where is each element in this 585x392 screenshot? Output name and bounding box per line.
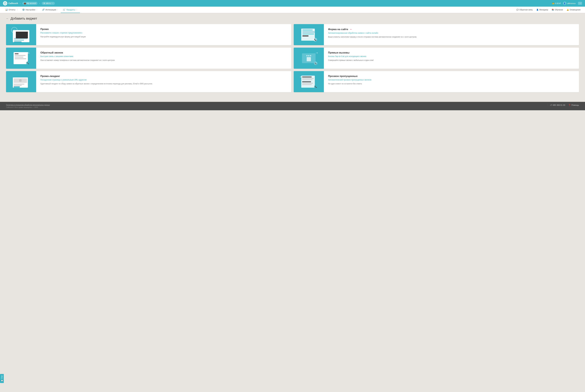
m-light-line4 (302, 84, 312, 85)
nav-item-products[interactable]: 🛒 Продукты ⋮ (61, 7, 80, 13)
page-title: Добавить виджет (10, 16, 37, 20)
promo-btn (14, 42, 22, 43)
sf-line2 (302, 32, 315, 32)
nav-left: 📊 Отчеты ⋮ ⚙️ Настройки ⋮ 🔗 Интеграции ⋮… (3, 7, 80, 13)
promo-title-text: Промо (40, 28, 49, 31)
sf-line1 (302, 30, 313, 30)
widget-card-site-form[interactable]: 📞 Форма на сайте ← Автоматизированная об… (294, 24, 579, 45)
widget-card-direct-calls[interactable]: ↗ 📞 (294, 48, 579, 69)
direct-calls-desc: Совершайте прямые звонки с мобильных в о… (328, 59, 374, 62)
wallet-icon2: 💳 (552, 2, 554, 4)
logo-area[interactable]: Calltouch (3, 1, 18, 6)
m-light-line3 (302, 83, 313, 84)
footer-help[interactable]: ❓ Помощь (568, 104, 579, 106)
privacy-link[interactable]: Политика в отношении обработки персональ… (6, 104, 50, 106)
direct-calls-title-text: Прямые вызовы (328, 51, 350, 54)
reports-more-icon[interactable]: ⋮ (16, 9, 18, 11)
nav-manager[interactable]: 👤 Менеджер (535, 9, 550, 11)
site-icon: 🖥 (43, 2, 45, 4)
widget-card-missed-calls[interactable]: ↙ 📞 Прозвон пропущенных Автома (294, 71, 579, 92)
cb-light-line3 (15, 58, 26, 59)
widget-info-promo-landing: Промо-лендинг Посадочная страница с уник… (36, 71, 157, 92)
siteform-doc (301, 28, 315, 41)
direct-dot1 (306, 55, 308, 56)
direct-arrow-icon: ↗ (315, 51, 318, 54)
manager-icon: 👤 (536, 9, 538, 11)
notifications-icon: 🔔 (566, 9, 569, 11)
landing-image-area: 🖼 (14, 78, 27, 83)
direct-illustration: ↗ 📞 (299, 50, 318, 66)
landing-screen: 🖼 (13, 76, 28, 88)
settings-icon: ⚙️ (22, 8, 25, 11)
missed-calls-subtitle: Автоматический прозвон пропущенных звонк… (328, 79, 372, 81)
settings-more-icon[interactable]: ⋮ (36, 9, 38, 11)
footer-phone-number: +7 495 308 01 00 (550, 104, 565, 106)
widget-info-promo: Промо Расскажите о ваших «горячих предло… (36, 24, 90, 45)
cb-dark-line (15, 53, 18, 54)
promo-form-bg (13, 30, 30, 42)
promo-black-rect (16, 32, 28, 38)
nav-feedback-label: Обратная связь (520, 9, 533, 11)
direct-person-rect (307, 57, 311, 61)
cb-light-line1 (15, 55, 26, 56)
phone-icon: 📞 (547, 104, 549, 106)
widget-info-direct-calls: Прямые вызовы Кнопка Tap-to-Call для исх… (324, 48, 378, 69)
promo-landing-title: Промо-лендинг (40, 75, 153, 78)
integrations-icon: 🔗 (42, 8, 44, 11)
nav-item-integrations[interactable]: 🔗 Интеграции ⋮ (40, 7, 61, 13)
callback-illustration: ↻ 📞 (11, 50, 31, 66)
chat-widget[interactable]: 💬 Chat (0, 374, 4, 383)
breadcrumb-arrow: › (20, 2, 20, 4)
feedback-icon: 💬 (516, 9, 519, 11)
balance-display: 💳 0.00 ₽ (552, 2, 560, 4)
wallet-icon: 💼 (24, 2, 26, 4)
sf-line3 (302, 34, 314, 34)
direct-calls-title: Прямые вызовы (328, 51, 374, 54)
widget-image-direct-calls: ↗ 📞 (294, 48, 324, 69)
site-form-subtitle: Автоматизированная обработка заявок с са… (328, 32, 417, 34)
footer-help-label: Помощь (572, 104, 579, 106)
breadcrumb-myaccount[interactable]: 💼 My account (22, 2, 38, 5)
nav-notifications-label: Оповещения (570, 9, 580, 11)
missed-calls-desc: Ни один клиент не останется без ответа (328, 82, 372, 85)
site-form-title: Форма на сайте ← (328, 28, 417, 31)
products-more-icon[interactable]: ⋮ (76, 9, 78, 11)
direct-calls-subtitle: Кнопка Tap-to-Call для исходящего звонка (328, 55, 374, 58)
widget-card-promo[interactable]: ☆ Промо Расскажите о ваших «горячих пред… (6, 24, 291, 45)
user-area[interactable]: 👤 aflimonov (563, 2, 576, 5)
nav-settings-label: Настройки (26, 8, 35, 11)
nav-learning-label: Обучение (555, 9, 563, 11)
widget-card-callback[interactable]: ↻ 📞 Обратный звонок Быстрая связь с ваши… (6, 48, 291, 69)
nav-manager-label: Менеджер (539, 9, 548, 11)
nav-item-settings[interactable]: ⚙️ Настройки ⋮ (20, 7, 40, 13)
help-icon: ❓ (568, 104, 571, 106)
nav-item-reports[interactable]: 📊 Отчеты ⋮ (3, 7, 20, 13)
direct-dot3 (310, 55, 311, 56)
widget-card-promo-landing[interactable]: 🖼 Промо-лендинг Посадочная страница с ун… (6, 71, 291, 92)
widget-grid: ☆ Промо Расскажите о ваших «горячих пред… (6, 24, 579, 92)
nav-notifications[interactable]: 🔔 Оповещения (565, 9, 582, 11)
footer-left: Политика в отношении обработки персональ… (6, 104, 50, 108)
logout-button[interactable]: → (578, 2, 582, 5)
integrations-more-icon[interactable]: ⋮ (57, 9, 58, 11)
breadcrumb-more-icon[interactable]: ⋯ (52, 2, 53, 4)
sf-dark-line (302, 36, 308, 36)
nav-right: 💬 Обратная связь 👤 Менеджер 📚 Обучение 🔔… (515, 9, 582, 11)
arrow-indicator: ← (350, 28, 352, 31)
breadcrumb-site[interactable]: 🖥 site.ru ⋯ (42, 2, 55, 5)
reports-icon: 📊 (5, 8, 8, 11)
nav-feedback[interactable]: 💬 Обратная связь (515, 9, 534, 11)
missed-calls-title: Прозвон пропущенных (328, 75, 372, 78)
m-light-line1 (302, 78, 314, 79)
promo-illustration: ☆ (11, 27, 31, 42)
footer-copyright: Calltouch © Все права защищены — 2020 (6, 106, 50, 108)
missed-calls-title-text: Прозвон пропущенных (328, 75, 358, 78)
nav-learning[interactable]: 📚 Обучение (550, 9, 564, 11)
promo-landing-subtitle: Посадочная страница с уникальным URL-адр… (40, 79, 153, 81)
widget-info-missed-calls: Прозвон пропущенных Автоматический прозв… (324, 71, 376, 92)
back-button[interactable]: ← (6, 17, 9, 20)
svg-point-0 (4, 2, 6, 4)
direct-phone-small: 📞 (314, 62, 317, 65)
top-header: Calltouch › 💼 My account › 🖥 site.ru ⋯ 💳… (0, 0, 585, 7)
footer-right: 📞 +7 495 308 01 00 ❓ Помощь (547, 104, 579, 106)
